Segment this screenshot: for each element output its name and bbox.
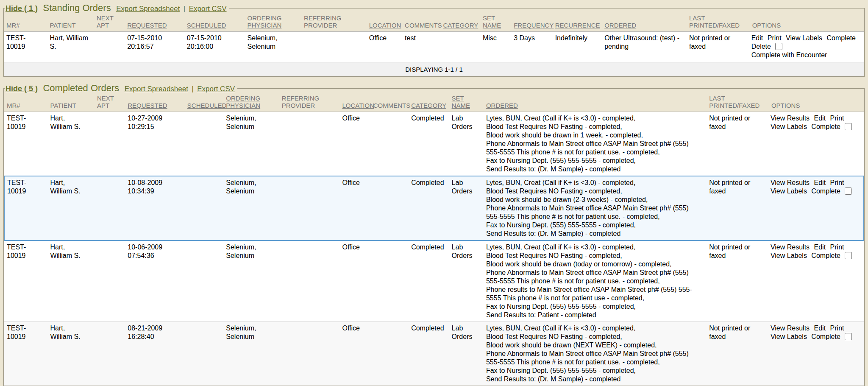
- cell-options: View Results Edit Print View Labels Comp…: [769, 112, 864, 176]
- column-header-frequency[interactable]: FREQUENCY: [511, 14, 552, 32]
- completed-order-row[interactable]: TEST-10019 Hart, William S. 10-27-2009 1…: [4, 112, 864, 176]
- complete-link[interactable]: Complete: [811, 333, 840, 340]
- completed-hide-link[interactable]: Hide ( 5 ): [6, 84, 38, 93]
- cell-ordered: Lytes, BUN, Creat (Call if K+ is <3.0) -…: [484, 176, 707, 241]
- cell-location: Office: [339, 176, 370, 241]
- cell-comments: [371, 112, 409, 176]
- column-header-ordered[interactable]: ORDERED: [484, 94, 707, 112]
- standing-hide-link[interactable]: Hide ( 1 ): [6, 4, 38, 13]
- print-link[interactable]: Print: [830, 179, 844, 186]
- complete-link[interactable]: Complete: [827, 34, 856, 42]
- cell-patient: Hart, William S.: [47, 322, 94, 386]
- complete-with-encounter-link[interactable]: Complete with Encounter: [751, 51, 862, 59]
- cell-category: Completed: [409, 322, 449, 386]
- edit-link[interactable]: Edit: [814, 115, 826, 122]
- cell-next-apt: [95, 241, 125, 322]
- edit-link[interactable]: Edit: [751, 34, 763, 42]
- cell-comments: [371, 322, 409, 386]
- cell-mr-number: TEST-10019: [4, 241, 47, 322]
- column-header-set-name[interactable]: SET NAME: [449, 94, 484, 112]
- cell-next-apt: [94, 32, 125, 62]
- cell-set-name: Lab Orders: [449, 241, 484, 322]
- view-labels-link[interactable]: View Labels: [771, 123, 807, 130]
- edit-link[interactable]: Edit: [814, 324, 826, 332]
- cell-recurrence: Indefinitely: [553, 32, 602, 62]
- cell-category: [440, 32, 480, 62]
- cell-set-name: Lab Orders: [449, 176, 484, 241]
- cell-requested: 10-27-2009 10:29:15: [125, 112, 185, 176]
- view-results-link[interactable]: View Results: [771, 115, 810, 122]
- displaying-count: DISPLAYING 1-1 / 1: [4, 62, 864, 77]
- view-results-link[interactable]: View Results: [771, 243, 810, 251]
- cell-referring-provider: [279, 241, 340, 322]
- completed-orders-section: Hide ( 5 ) Completed Orders Export Sprea…: [3, 83, 865, 386]
- standing-export-spreadsheet-link[interactable]: Export Spreadsheet: [116, 5, 180, 13]
- cell-ordered: Lytes, BUN, Creat (Call if K+ is <3.0) -…: [484, 322, 707, 386]
- standing-orders-section: Hide ( 1 ) Standing Orders Export Spread…: [3, 3, 865, 77]
- view-results-link[interactable]: View Results: [771, 324, 810, 332]
- cell-location: Office: [339, 322, 370, 386]
- standing-export-csv-link[interactable]: Export CSV: [189, 5, 227, 13]
- completed-order-row-selected[interactable]: TEST-10019 Hart, William S. 10-08-2009 1…: [4, 176, 864, 241]
- view-labels-link[interactable]: View Labels: [771, 252, 807, 259]
- legend-pipe-divider: |: [184, 5, 185, 13]
- delete-link[interactable]: Delete: [751, 43, 771, 50]
- column-header-requested[interactable]: REQUESTED: [125, 94, 185, 112]
- cell-options: View Results Edit Print View Labels Comp…: [769, 322, 864, 386]
- column-header-category[interactable]: CATEGORY: [409, 94, 449, 112]
- column-header-scheduled[interactable]: SCHEDULED: [184, 14, 245, 32]
- cell-comments: [371, 176, 409, 241]
- cell-requested: 07-15-2010 20:16:57: [125, 32, 184, 62]
- column-header-set-name[interactable]: SET NAME: [480, 14, 511, 32]
- complete-link[interactable]: Complete: [811, 123, 840, 130]
- cell-frequency: 3 Days: [511, 32, 552, 62]
- view-labels-link[interactable]: View Labels: [771, 333, 807, 340]
- standing-header-row: MR# PATIENT NEXT APT REQUESTED SCHEDULED…: [4, 14, 864, 32]
- column-header-next-apt: NEXT APT: [95, 94, 125, 112]
- cell-location: Office: [339, 112, 370, 176]
- completed-export-csv-link[interactable]: Export CSV: [197, 85, 235, 93]
- cell-set-name: Misc: [480, 32, 511, 62]
- standing-order-row[interactable]: TEST-10019 Hart, William S. 07-15-2010 2…: [4, 32, 864, 62]
- view-results-link[interactable]: View Results: [771, 179, 810, 186]
- cell-patient: Hart, William S.: [47, 176, 94, 241]
- complete-link[interactable]: Complete: [811, 252, 840, 259]
- column-header-location[interactable]: LOCATION: [339, 94, 370, 112]
- cell-comments: test: [402, 32, 440, 62]
- column-header-location[interactable]: LOCATION: [367, 14, 402, 32]
- column-header-recurrence[interactable]: RECURRENCE: [553, 14, 602, 32]
- print-link[interactable]: Print: [830, 324, 844, 332]
- column-header-ordering-physician[interactable]: ORDERING PHYSICIAN: [245, 14, 301, 32]
- view-labels-link[interactable]: View Labels: [771, 187, 807, 195]
- cell-ordering-physician: Selenium, Selenium: [245, 32, 301, 62]
- completed-export-spreadsheet-link[interactable]: Export Spreadsheet: [125, 85, 188, 93]
- complete-checkbox[interactable]: [845, 123, 852, 130]
- edit-link[interactable]: Edit: [814, 179, 826, 186]
- complete-link[interactable]: Complete: [811, 187, 840, 195]
- cell-ordering-physician: Selenium, Selenium: [223, 322, 279, 386]
- complete-checkbox[interactable]: [845, 252, 852, 259]
- complete-checkbox[interactable]: [845, 333, 852, 340]
- print-link[interactable]: Print: [830, 243, 844, 251]
- cell-ordering-physician: Selenium, Selenium: [223, 241, 279, 322]
- print-link[interactable]: Print: [768, 34, 782, 42]
- column-header-category[interactable]: CATEGORY: [440, 14, 480, 32]
- column-header-ordering-physician[interactable]: ORDERING PHYSICIAN: [223, 94, 279, 112]
- print-link[interactable]: Print: [830, 115, 844, 122]
- view-labels-link[interactable]: View Labels: [786, 34, 822, 42]
- column-header-patient: PATIENT: [47, 94, 94, 112]
- cell-location: Office: [367, 32, 402, 62]
- completed-order-row[interactable]: TEST-10019 Hart, William S. 10-06-2009 0…: [4, 241, 864, 322]
- complete-checkbox[interactable]: [845, 187, 852, 195]
- cell-last-printed-faxed: Not printed or faxed: [707, 176, 769, 241]
- column-header-requested[interactable]: REQUESTED: [125, 14, 184, 32]
- column-header-scheduled[interactable]: SCHEDULED: [185, 94, 223, 112]
- cell-referring-provider: [279, 112, 340, 176]
- delete-checkbox[interactable]: [775, 43, 782, 50]
- cell-patient: Hart, William S.: [47, 112, 94, 176]
- cell-mr-number: TEST-10019: [4, 176, 47, 241]
- edit-link[interactable]: Edit: [814, 243, 826, 251]
- completed-header-row: MR# PATIENT NEXT APT REQUESTED SCHEDULED…: [4, 94, 864, 112]
- completed-order-row[interactable]: TEST-10019 Hart, William S. 08-21-2009 1…: [4, 322, 864, 386]
- column-header-ordered[interactable]: ORDERED: [602, 14, 687, 32]
